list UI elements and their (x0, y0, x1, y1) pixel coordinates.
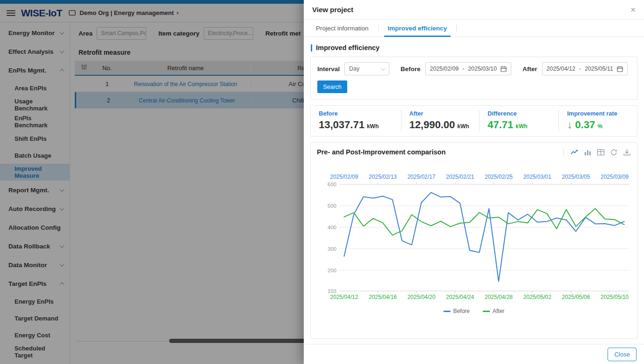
svg-text:2025/04/20: 2025/04/20 (408, 294, 436, 300)
chevron-down-icon (381, 66, 386, 71)
calendar-icon (617, 66, 623, 72)
svg-text:2025/05/06: 2025/05/06 (562, 294, 590, 300)
stat-label: After (409, 110, 479, 117)
stat-unit: kWh (515, 123, 527, 130)
stats-card: Before13,037.71kWhAfter12,990.00kWhDiffe… (310, 105, 637, 137)
section-heading: Improved efficiency (311, 44, 637, 51)
panel-header: View project × (304, 0, 644, 20)
svg-text:2025/05/02: 2025/05/02 (523, 294, 551, 300)
stat-value: 47.71kWh (487, 119, 558, 131)
svg-text:2025/02/21: 2025/02/21 (446, 174, 474, 180)
legend-item-after[interactable]: After (483, 308, 504, 314)
stat-value: 13,037.71kWh (319, 119, 401, 131)
stat-before: Before13,037.71kWh (311, 110, 401, 131)
stat-improvement-rate: Improvement rate↓ 0.37% (558, 110, 637, 131)
bar-chart-icon[interactable] (584, 148, 592, 156)
svg-text:2025/04/12: 2025/04/12 (330, 294, 358, 300)
before-start-date: 2025/02/09 (430, 66, 459, 72)
panel-footer: Close (304, 344, 644, 364)
search-button[interactable]: Search (317, 80, 347, 93)
tab-divider (456, 25, 457, 32)
svg-text:500: 500 (328, 203, 336, 209)
tab-improved-efficiency[interactable]: Improved efficiency (379, 20, 457, 36)
svg-text:2025/04/16: 2025/04/16 (369, 294, 397, 300)
legend-item-before[interactable]: Before (444, 308, 470, 314)
section-accent-bar (311, 44, 312, 51)
svg-text:400: 400 (328, 225, 336, 230)
calendar-icon (501, 66, 507, 72)
after-end-date: 2025/05/11 (585, 66, 613, 72)
range-separator: - (579, 66, 581, 72)
svg-text:103: 103 (328, 288, 336, 294)
svg-text:2025/02/17: 2025/02/17 (408, 174, 436, 180)
before-end-date: 2025/03/10 (468, 66, 497, 72)
svg-text:2025/03/05: 2025/03/05 (562, 174, 590, 180)
panel-title: View project (312, 6, 353, 14)
efficiency-filter-card: Interval Day Before 2025/02/09 - 2025/03… (310, 57, 637, 100)
stat-unit: kWh (458, 123, 469, 130)
interval-value: Day (349, 66, 359, 72)
stat-value: ↓ 0.37% (567, 119, 637, 131)
legend-marker (483, 311, 490, 312)
stat-unit: kWh (367, 123, 379, 130)
after-date-range[interactable]: 2025/04/12 - 2025/05/11 (542, 62, 628, 75)
toolbar-divider (563, 149, 564, 155)
refresh-icon[interactable] (610, 148, 618, 156)
close-icon[interactable]: × (630, 5, 636, 14)
section-title: Improved efficiency (316, 44, 379, 51)
svg-text:2025/02/09: 2025/02/09 (330, 174, 358, 180)
panel-tabs: Project information Improved efficiency (304, 20, 644, 37)
svg-text:200: 200 (328, 268, 336, 273)
interval-label: Interval (317, 66, 340, 73)
stat-value: 12,990.00kWh (409, 119, 479, 131)
before-range-label: Before (401, 66, 421, 73)
svg-text:2025/02/25: 2025/02/25 (485, 174, 513, 180)
download-icon[interactable] (623, 148, 631, 156)
svg-text:300: 300 (328, 246, 336, 252)
svg-text:2025/03/09: 2025/03/09 (601, 174, 629, 180)
svg-text:2025/05/10: 2025/05/10 (601, 294, 629, 300)
panel-body: Improved efficiency Interval Day Before … (304, 37, 644, 344)
stat-unit: % (597, 123, 602, 130)
svg-text:600: 600 (328, 182, 336, 187)
stat-difference: Difference47.71kWh (479, 110, 558, 131)
interval-select[interactable]: Day (344, 62, 389, 75)
svg-text:2025/04/28: 2025/04/28 (485, 294, 513, 300)
chart-title: Pre- and Post-Improvement comparison (317, 148, 446, 156)
stat-label: Difference (487, 110, 558, 117)
legend-label: Before (453, 308, 470, 314)
data-table-icon[interactable] (597, 148, 605, 156)
chart-legend: BeforeAfter (317, 308, 631, 314)
comparison-line-chart[interactable]: 6005004003002001032025/02/092025/02/1320… (317, 158, 644, 307)
view-project-panel: View project × Project information Impro… (304, 0, 644, 364)
range-separator: - (462, 66, 464, 72)
stat-after: After12,990.00kWh (401, 110, 479, 131)
svg-text:2025/03/01: 2025/03/01 (523, 174, 551, 180)
stat-label: Before (319, 110, 401, 117)
close-button[interactable]: Close (608, 348, 637, 361)
before-date-range[interactable]: 2025/02/09 - 2025/03/10 (425, 62, 511, 75)
after-start-date: 2025/04/12 (547, 66, 576, 72)
legend-marker (444, 311, 451, 312)
legend-label: After (493, 308, 504, 314)
chart-toolbar (563, 148, 631, 156)
tab-project-information[interactable]: Project information (307, 20, 378, 36)
after-range-label: After (522, 66, 537, 73)
stat-label: Improvement rate (567, 110, 637, 117)
svg-text:2025/02/13: 2025/02/13 (369, 174, 397, 180)
chart-card: Pre- and Post-Improvement comparison 600… (310, 142, 637, 339)
line-chart-icon[interactable] (570, 148, 579, 156)
svg-text:2025/04/24: 2025/04/24 (446, 294, 474, 300)
